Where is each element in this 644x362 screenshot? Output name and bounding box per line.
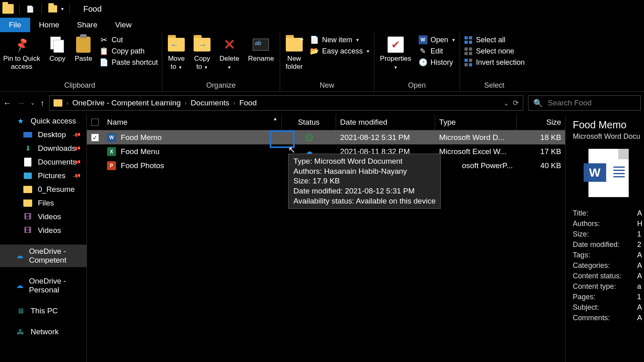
select-none-button[interactable]: Select none — [464, 47, 525, 56]
sidebar-documents[interactable]: Documents📌 — [0, 155, 87, 169]
sidebar-this-pc[interactable]: 🖥This PC — [0, 304, 87, 318]
edit-icon: ✎ — [419, 47, 427, 56]
sidebar-quick-access[interactable]: ★Quick access — [0, 114, 87, 128]
tab-view[interactable]: View — [106, 18, 140, 32]
sidebar-onedrive-competent[interactable]: ☁OneDrive - Competent — [0, 245, 87, 267]
sidebar-videos-2[interactable]: 🎞Videos — [0, 224, 87, 237]
open-button[interactable]: WOpen ▼ — [419, 35, 456, 44]
sidebar-onedrive-personal[interactable]: ☁OneDrive - Personal — [0, 274, 87, 297]
videos-icon: 🎞 — [23, 212, 32, 221]
search-input[interactable]: 🔍 Search Food — [528, 95, 641, 111]
details-prop-date: Date modified:2 — [573, 241, 644, 249]
sidebar-pictures[interactable]: Pictures📌 — [0, 169, 87, 183]
pin-icon: 📌 — [72, 130, 81, 140]
search-placeholder: Search Food — [548, 99, 592, 107]
copy-to-button[interactable]: Copy to ▼ — [192, 34, 212, 73]
ribbon-group-clipboard: Clipboard — [2, 81, 158, 90]
breadcrumb-food[interactable]: Food — [239, 99, 256, 107]
star-icon: ★ — [16, 117, 25, 125]
pin-to-quick-access-button[interactable]: 📌 Pin to Quick access — [2, 34, 42, 73]
new-folder-button[interactable]: New folder — [284, 34, 305, 73]
select-all-icon — [464, 35, 473, 44]
paste-shortcut-button[interactable]: 📄Paste shortcut — [99, 58, 158, 67]
pictures-icon — [23, 171, 32, 180]
copy-icon — [50, 37, 65, 53]
folder-icon — [23, 185, 32, 194]
details-prop-title: Title:A — [573, 209, 644, 218]
row-checkbox[interactable]: ✓ — [91, 134, 99, 141]
refresh-button[interactable]: ⟳ — [513, 99, 519, 107]
select-all-checkbox[interactable] — [91, 119, 99, 126]
ribbon: 📌 Pin to Quick access Copy Paste ✂Cut 📋C… — [0, 32, 644, 92]
address-folder-icon — [54, 99, 62, 107]
sidebar-network[interactable]: 🖧Network — [0, 325, 87, 339]
network-icon: 🖧 — [16, 327, 25, 336]
column-size[interactable]: Size — [517, 114, 565, 130]
nav-forward-button[interactable]: → — [17, 99, 25, 108]
title-bar: 📄 ▾ Food — [0, 0, 644, 18]
details-prop-categories: Categories:A — [573, 261, 644, 270]
history-button[interactable]: 🕑History — [419, 58, 456, 67]
breadcrumb-documents[interactable]: Documents — [191, 99, 229, 107]
qat-properties-icon[interactable]: 📄 — [25, 4, 35, 14]
sidebar-downloads[interactable]: ⬇Downloads📌 — [0, 142, 87, 155]
cut-button[interactable]: ✂Cut — [99, 35, 158, 44]
copy-button[interactable]: Copy — [47, 34, 68, 65]
pin-icon: 📌 — [13, 37, 30, 53]
move-to-button[interactable]: Move to ▼ — [166, 34, 186, 73]
tab-file[interactable]: File — [0, 18, 30, 32]
chevron-right-icon[interactable]: › — [66, 100, 68, 106]
select-all-button[interactable]: Select all — [464, 35, 525, 44]
new-item-icon: 📄 — [310, 35, 319, 44]
delete-button[interactable]: ✕ Delete▼ — [218, 34, 241, 73]
column-name[interactable]: Name▲ — [103, 114, 282, 130]
nav-up-button[interactable]: ↑ — [40, 99, 44, 108]
move-to-icon — [168, 38, 185, 51]
details-prop-subject: Subject:A — [573, 303, 644, 312]
status-available-icon: ✓ — [305, 134, 313, 141]
qat-dropdown-icon[interactable]: ▾ — [61, 6, 64, 12]
powerpoint-file-icon: P — [107, 161, 116, 170]
qat-folder-icon[interactable] — [48, 5, 57, 12]
invert-selection-button[interactable]: Invert selection — [464, 58, 525, 67]
column-type[interactable]: Type — [435, 114, 517, 130]
nav-back-button[interactable]: ← — [3, 99, 11, 108]
sidebar-desktop[interactable]: Desktop📌 — [0, 128, 87, 142]
tab-share[interactable]: Share — [68, 18, 106, 32]
sidebar-resume[interactable]: 0_Resume — [0, 183, 87, 196]
details-title: Food Memo — [573, 119, 644, 131]
copy-path-button[interactable]: 📋Copy path — [99, 47, 158, 56]
rename-button[interactable]: Rename — [246, 34, 275, 65]
column-status[interactable]: Status — [282, 114, 336, 130]
breadcrumb-onedrive[interactable]: OneDrive - Competent Learning — [72, 99, 181, 107]
file-row-food-memo[interactable]: ✓ WFood Memo ✓ 2021-08-12 5:31 PM Micros… — [87, 130, 565, 144]
edit-button[interactable]: ✎Edit — [419, 47, 456, 56]
copy-path-icon: 📋 — [99, 47, 108, 56]
details-subtype: Microsoft Word Docu — [573, 132, 644, 141]
nav-recent-dropdown[interactable]: ⌄ — [31, 100, 35, 106]
sidebar-videos-1[interactable]: 🎞Videos — [0, 210, 87, 224]
documents-icon — [23, 158, 32, 167]
address-history-dropdown[interactable]: ⌄ — [504, 99, 509, 107]
ribbon-group-open: Open — [378, 81, 455, 90]
new-item-button[interactable]: 📄New item ▼ — [310, 35, 370, 44]
easy-access-icon: 📂 — [310, 47, 319, 56]
sidebar-files[interactable]: Files — [0, 196, 87, 210]
downloads-icon: ⬇ — [23, 144, 32, 153]
properties-button[interactable]: ✔ Properties▼ — [378, 34, 413, 73]
column-date[interactable]: Date modified — [336, 114, 435, 130]
details-prop-comments: Comments:A — [573, 314, 644, 322]
paste-button[interactable]: Paste — [73, 34, 94, 65]
chevron-right-icon[interactable]: › — [185, 100, 187, 106]
chevron-right-icon[interactable]: › — [233, 100, 235, 106]
easy-access-button[interactable]: 📂Easy access ▼ — [310, 47, 370, 56]
paste-icon — [76, 37, 91, 53]
details-prop-tags: Tags:A — [573, 251, 644, 259]
select-none-icon — [464, 47, 473, 56]
ribbon-group-organize: Organize — [166, 81, 275, 90]
file-list: Name▲ Status Date modified Type Size ✓ W… — [87, 114, 565, 362]
tab-home[interactable]: Home — [30, 18, 68, 32]
address-bar[interactable]: › OneDrive - Competent Learning › Docume… — [49, 95, 523, 111]
details-prop-pages: Pages:1 — [573, 293, 644, 301]
details-prop-content-status: Content status:A — [573, 272, 644, 280]
